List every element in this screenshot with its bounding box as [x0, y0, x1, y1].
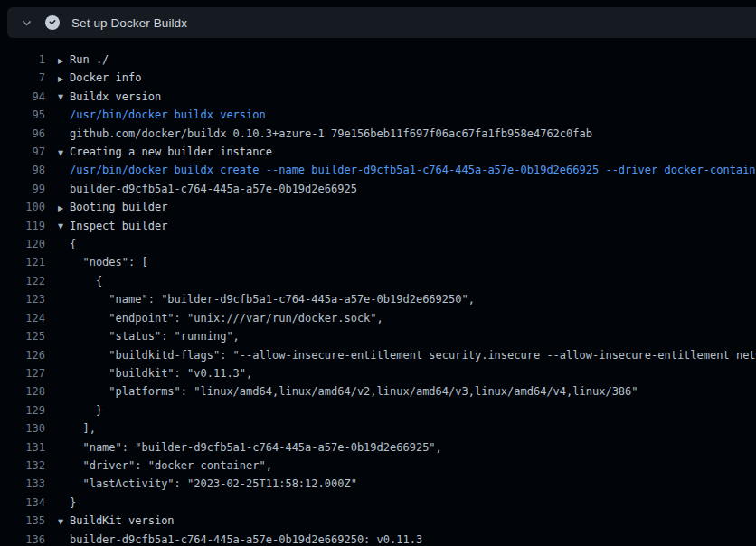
log-output-line: "lastActivity": "2023-02-25T11:58:12.000… — [70, 475, 357, 493]
log-output-line: { — [70, 272, 102, 290]
group-expanded-icon[interactable]: ▼ — [58, 89, 70, 107]
line-number[interactable]: 1 — [0, 51, 45, 69]
log-row: 124 "endpoint": "unix:///var/run/docker.… — [0, 309, 756, 327]
group-title: BuildKit version — [70, 514, 175, 527]
line-number[interactable]: 96 — [0, 125, 45, 143]
line-number[interactable]: 131 — [0, 438, 45, 457]
log-row: 123 "name": "builder-d9cfb5a1-c764-445a-… — [0, 290, 756, 308]
log-output-line: builder-d9cfb5a1-c764-445a-a57e-0b19d2e6… — [70, 180, 357, 198]
log-row: 95/usr/bin/docker buildx version — [0, 106, 756, 124]
log-row: 120{ — [0, 235, 756, 253]
group-title: Docker info — [70, 71, 141, 84]
line-number[interactable]: 97 — [0, 143, 45, 161]
log-command-line: /usr/bin/docker buildx version — [70, 106, 266, 124]
log-row: 133 "lastActivity": "2023-02-25T11:58:12… — [0, 475, 756, 493]
log-group-header[interactable]: ▶Docker info — [58, 69, 141, 89]
log-row: 99builder-d9cfb5a1-c764-445a-a57e-0b19d2… — [0, 180, 756, 198]
log-row: 1▶Run ./ — [0, 51, 756, 69]
log-row: 134} — [0, 494, 756, 512]
group-title: Buildx version — [70, 90, 161, 103]
log-row: 136builder-d9cfb5a1-c764-445a-a57e-0b19d… — [0, 531, 756, 546]
log-output-line: "buildkitd-flags": "--allow-insecure-ent… — [70, 346, 756, 364]
log-output-line: "status": "running", — [70, 327, 240, 345]
log-group-header[interactable]: ▼BuildKit version — [58, 512, 175, 532]
log-row: 132 "driver": "docker-container", — [0, 457, 756, 475]
log-group-header[interactable]: ▼Inspect builder — [58, 217, 167, 237]
line-number[interactable]: 119 — [0, 217, 45, 235]
group-title: Run ./ — [70, 53, 109, 66]
line-number[interactable]: 134 — [0, 494, 45, 512]
log-output-line: "name": "builder-d9cfb5a1-c764-445a-a57e… — [70, 290, 475, 308]
log-row: 122 { — [0, 272, 756, 290]
log-row: 97▼Creating a new builder instance — [0, 143, 756, 161]
group-title: Creating a new builder instance — [70, 146, 272, 158]
line-number[interactable]: 100 — [0, 198, 45, 216]
line-number[interactable]: 121 — [0, 253, 45, 271]
line-number[interactable]: 132 — [0, 457, 45, 475]
group-title: Inspect builder — [70, 220, 167, 232]
line-number[interactable]: 126 — [0, 346, 45, 364]
log-row: 131 "name": "builder-d9cfb5a1-c764-445a-… — [0, 438, 756, 457]
log-output-line: "buildkit": "v0.11.3", — [70, 364, 252, 382]
line-number[interactable]: 94 — [0, 88, 45, 106]
log-row: 98/usr/bin/docker buildx create --name b… — [0, 161, 756, 179]
log-output-line: ], — [70, 419, 96, 438]
line-number[interactable]: 123 — [0, 290, 45, 308]
line-number[interactable]: 122 — [0, 272, 45, 290]
group-expanded-icon[interactable]: ▼ — [58, 218, 70, 236]
log-output-line: "name": "builder-d9cfb5a1-c764-445a-a57e… — [70, 438, 442, 457]
log-output-line: "driver": "docker-container", — [70, 457, 272, 475]
log-group-header[interactable]: ▼Creating a new builder instance — [58, 143, 272, 163]
line-number[interactable]: 130 — [0, 419, 45, 438]
log-group-header[interactable]: ▼Buildx version — [58, 88, 161, 108]
log-group-header[interactable]: ▶Run ./ — [58, 51, 109, 71]
log-output-line: { — [70, 235, 76, 253]
chevron-down-icon[interactable] — [20, 16, 33, 29]
line-number[interactable]: 133 — [0, 475, 45, 493]
log-output-line: "endpoint": "unix:///var/run/docker.sock… — [70, 309, 383, 327]
line-number[interactable]: 99 — [0, 180, 45, 198]
line-number[interactable]: 98 — [0, 161, 45, 179]
log-row: 130 ], — [0, 419, 756, 438]
line-number[interactable]: 128 — [0, 382, 45, 400]
log-row: 7▶Docker info — [0, 69, 756, 87]
line-number[interactable]: 129 — [0, 401, 45, 419]
log-row: 135▼BuildKit version — [0, 512, 756, 530]
log-row: 94▼Buildx version — [0, 88, 756, 106]
line-number[interactable]: 135 — [0, 512, 45, 530]
line-number[interactable]: 127 — [0, 364, 45, 382]
log-output-line: builder-d9cfb5a1-c764-445a-a57e-0b19d2e6… — [70, 531, 422, 546]
log-row: 125 "status": "running", — [0, 327, 756, 345]
group-expanded-icon[interactable]: ▼ — [58, 145, 70, 163]
log-row: 96github.com/docker/buildx 0.10.3+azure-… — [0, 125, 756, 143]
group-collapsed-icon[interactable]: ▶ — [58, 200, 70, 218]
log-output-line: "nodes": [ — [70, 253, 148, 271]
step-title: Set up Docker Buildx — [71, 16, 187, 30]
log-row: 121 "nodes": [ — [0, 253, 756, 271]
log-group-header[interactable]: ▶Booting builder — [58, 198, 167, 218]
line-number[interactable]: 95 — [0, 106, 45, 124]
group-collapsed-icon[interactable]: ▶ — [58, 71, 70, 89]
log-row: 128 "platforms": "linux/amd64,linux/amd6… — [0, 382, 756, 400]
log-output-line: github.com/docker/buildx 0.10.3+azure-1 … — [70, 125, 592, 143]
group-title: Booting builder — [70, 201, 167, 213]
group-expanded-icon[interactable]: ▼ — [58, 513, 70, 532]
log-output-line: } — [70, 401, 102, 419]
log-output-line: } — [70, 494, 76, 512]
log-row: 100▶Booting builder — [0, 198, 756, 216]
group-collapsed-icon[interactable]: ▶ — [58, 52, 70, 71]
line-number[interactable]: 120 — [0, 235, 45, 253]
check-circle-icon — [45, 15, 60, 30]
step-header[interactable]: Set up Docker Buildx — [7, 7, 756, 38]
line-number[interactable]: 7 — [0, 69, 45, 87]
log-row: 127 "buildkit": "v0.11.3", — [0, 364, 756, 382]
log-output-line: "platforms": "linux/amd64,linux/amd64/v2… — [70, 382, 638, 400]
log-viewer: 1▶Run ./7▶Docker info94▼Buildx version95… — [0, 38, 756, 546]
log-row: 126 "buildkitd-flags": "--allow-insecure… — [0, 346, 756, 364]
log-row: 119▼Inspect builder — [0, 217, 756, 235]
log-command-line: /usr/bin/docker buildx create --name bui… — [70, 161, 756, 179]
line-number[interactable]: 124 — [0, 309, 45, 327]
line-number[interactable]: 136 — [0, 531, 45, 546]
line-number[interactable]: 125 — [0, 327, 45, 345]
log-row: 129 } — [0, 401, 756, 419]
